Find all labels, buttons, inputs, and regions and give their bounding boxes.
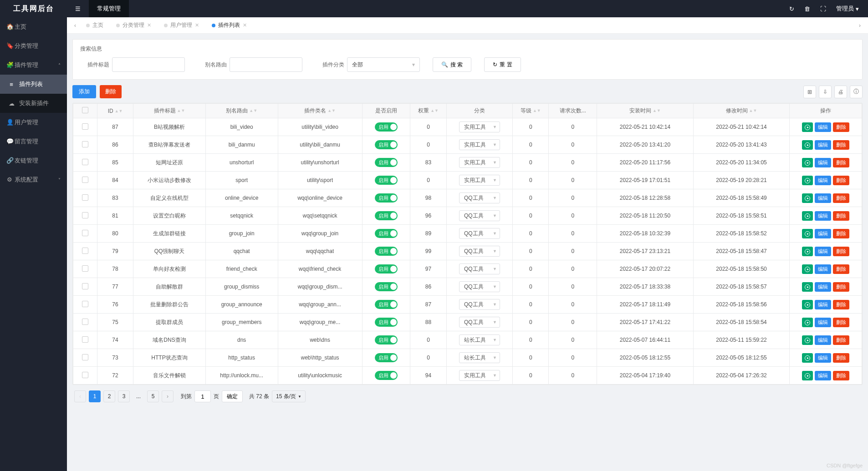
per-page-select[interactable]: 15 条/页▼ xyxy=(272,390,306,402)
sort-icon[interactable]: ▲▼ xyxy=(653,110,661,112)
row-checkbox[interactable] xyxy=(82,141,88,147)
delete-row-button[interactable]: 删除 xyxy=(833,247,849,256)
row-checkbox[interactable] xyxy=(82,301,88,307)
select-all-checkbox[interactable] xyxy=(82,107,88,113)
goto-input[interactable] xyxy=(194,390,211,402)
sort-icon[interactable]: ▲▼ xyxy=(749,110,757,112)
delete-row-button[interactable]: 删除 xyxy=(833,229,849,238)
row-checkbox[interactable] xyxy=(82,123,88,130)
edit-button[interactable]: 编辑 xyxy=(815,193,831,203)
enable-toggle[interactable]: 启用 xyxy=(375,229,398,238)
close-icon[interactable]: ✕ xyxy=(147,22,151,28)
enable-toggle[interactable]: 启用 xyxy=(375,211,398,220)
delete-row-button[interactable]: 删除 xyxy=(833,140,849,150)
row-checkbox[interactable] xyxy=(82,177,88,183)
delete-row-button[interactable]: 删除 xyxy=(833,300,849,309)
enable-toggle[interactable]: 启用 xyxy=(375,282,398,291)
category-select[interactable]: 实用工具▼ xyxy=(459,139,500,150)
page-5[interactable]: 5 xyxy=(147,390,159,402)
sort-icon[interactable]: ▲▼ xyxy=(177,110,185,112)
row-checkbox[interactable] xyxy=(82,159,88,165)
enable-toggle[interactable]: 启用 xyxy=(375,300,398,309)
tab-主页[interactable]: 主页 xyxy=(80,17,110,34)
info-icon[interactable]: ⓘ xyxy=(850,86,863,98)
category-select[interactable]: QQ工具▼ xyxy=(459,299,500,310)
row-checkbox[interactable] xyxy=(82,336,88,343)
add-button[interactable]: 添加 xyxy=(72,85,96,98)
close-icon[interactable]: ✕ xyxy=(243,22,247,28)
category-select[interactable]: QQ工具▼ xyxy=(459,317,500,328)
row-checkbox[interactable] xyxy=(82,212,88,218)
page-3[interactable]: 3 xyxy=(118,390,130,402)
run-button[interactable] xyxy=(802,122,813,132)
run-button[interactable] xyxy=(802,158,813,167)
delete-row-button[interactable]: 删除 xyxy=(833,371,849,380)
category-select[interactable]: QQ工具▼ xyxy=(459,228,500,239)
sidebar-item-home[interactable]: 🏠 主页 xyxy=(0,17,67,36)
plugin-title-input[interactable] xyxy=(112,57,185,72)
run-button[interactable] xyxy=(802,300,813,309)
sidebar-item-link[interactable]: 🔗 友链管理 xyxy=(0,151,67,170)
delete-row-button[interactable]: 删除 xyxy=(833,282,849,292)
sidebar-toggle[interactable]: ☰ xyxy=(67,0,89,17)
print-icon[interactable]: 🖨 xyxy=(834,86,847,98)
sort-icon[interactable]: ▲▼ xyxy=(327,110,336,112)
trash-icon[interactable]: 🗑 xyxy=(804,5,810,12)
search-button[interactable]: 🔍 搜 索 xyxy=(433,57,471,72)
tabs-scroll-left[interactable]: ‹ xyxy=(71,22,80,29)
export-icon[interactable]: ⇩ xyxy=(819,86,832,98)
sort-icon[interactable]: ▲▼ xyxy=(533,110,541,112)
category-select[interactable]: 站长工具▼ xyxy=(459,334,500,345)
delete-row-button[interactable]: 删除 xyxy=(833,335,849,345)
enable-toggle[interactable]: 启用 xyxy=(375,176,398,185)
close-icon[interactable]: ✕ xyxy=(195,22,199,28)
alias-input[interactable] xyxy=(230,57,302,72)
page-1[interactable]: 1 xyxy=(89,390,101,402)
category-select[interactable]: QQ工具▼ xyxy=(459,281,500,292)
refresh-icon[interactable]: ↻ xyxy=(789,5,794,12)
edit-button[interactable]: 编辑 xyxy=(815,282,831,292)
enable-toggle[interactable]: 启用 xyxy=(375,318,398,327)
prev-page[interactable]: ‹ xyxy=(74,390,86,402)
sidebar-item-category[interactable]: 🔖 分类管理 xyxy=(0,36,67,56)
page-2[interactable]: 2 xyxy=(103,390,115,402)
edit-button[interactable]: 编辑 xyxy=(815,318,831,327)
delete-row-button[interactable]: 删除 xyxy=(833,176,849,185)
sidebar-item-user[interactable]: 👤 用户管理 xyxy=(0,113,67,132)
run-button[interactable] xyxy=(802,371,813,380)
row-checkbox[interactable] xyxy=(82,248,88,254)
sidebar-item-plugin-install[interactable]: ☁ 安装新插件 xyxy=(0,94,67,113)
category-select[interactable]: 实用工具▼ xyxy=(459,122,500,132)
edit-button[interactable]: 编辑 xyxy=(815,247,831,256)
run-button[interactable] xyxy=(802,282,813,292)
delete-row-button[interactable]: 删除 xyxy=(833,353,849,363)
admin-menu[interactable]: 管理员 ▾ xyxy=(836,5,859,13)
enable-toggle[interactable]: 启用 xyxy=(375,353,398,362)
enable-toggle[interactable]: 启用 xyxy=(375,371,398,380)
edit-button[interactable]: 编辑 xyxy=(815,140,831,150)
sidebar-item-plugin[interactable]: 🧩 插件管理˄ xyxy=(0,56,67,75)
enable-toggle[interactable]: 启用 xyxy=(375,122,398,132)
category-select[interactable]: 实用工具▼ xyxy=(459,175,500,186)
sort-icon[interactable]: ▲▼ xyxy=(430,110,439,112)
sort-icon[interactable]: ▲▼ xyxy=(249,110,257,112)
edit-button[interactable]: 编辑 xyxy=(815,158,831,167)
category-select[interactable]: QQ工具▼ xyxy=(459,263,500,274)
run-button[interactable] xyxy=(802,229,813,238)
tab-分类管理[interactable]: 分类管理✕ xyxy=(110,17,158,34)
row-checkbox[interactable] xyxy=(82,319,88,325)
delete-row-button[interactable]: 删除 xyxy=(833,264,849,274)
sidebar-item-plugin-list[interactable]: ≡ 插件列表 xyxy=(0,75,67,94)
enable-toggle[interactable]: 启用 xyxy=(375,335,398,344)
tab-插件列表[interactable]: 插件列表✕ xyxy=(205,17,253,34)
run-button[interactable] xyxy=(802,140,813,150)
row-checkbox[interactable] xyxy=(82,372,88,378)
tabs-scroll-right[interactable]: › xyxy=(855,22,864,29)
edit-button[interactable]: 编辑 xyxy=(815,122,831,132)
run-button[interactable] xyxy=(802,176,813,185)
edit-button[interactable]: 编辑 xyxy=(815,264,831,274)
row-checkbox[interactable] xyxy=(82,194,88,201)
edit-button[interactable]: 编辑 xyxy=(815,211,831,221)
enable-toggle[interactable]: 启用 xyxy=(375,193,398,203)
delete-button[interactable]: 删除 xyxy=(100,85,122,98)
